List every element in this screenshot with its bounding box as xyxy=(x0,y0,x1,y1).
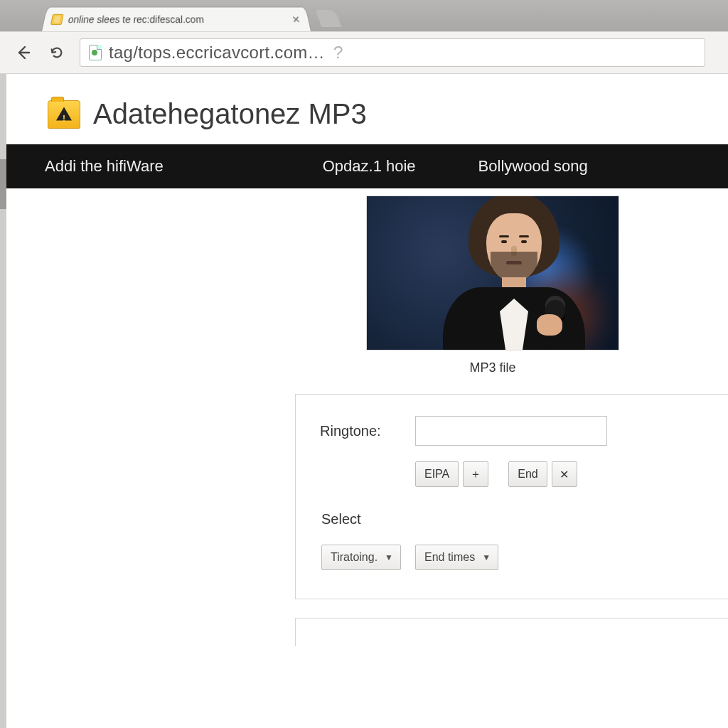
arrow-left-icon xyxy=(15,44,32,61)
page-header: ! Adatehegatonez MP3 xyxy=(6,74,728,144)
browser-toolbar: tag/tops.eccricavcort.com… ? xyxy=(0,31,728,74)
chevron-down-icon: ▼ xyxy=(385,552,393,562)
scrollbar-thumb[interactable] xyxy=(0,159,6,209)
reload-icon xyxy=(49,45,65,60)
brand-folder-warning-icon: ! xyxy=(48,100,80,129)
nav-item-hifiware[interactable]: Addi the hifiWare xyxy=(45,157,291,176)
eipa-button-label: EIPA xyxy=(424,468,449,481)
tiratoing-select[interactable]: Tiratoing. ▼ xyxy=(321,545,401,570)
browser-window: online slees te rec:difescal.com ✕ tag/t… xyxy=(0,0,728,728)
browser-tab[interactable]: online slees te rec:difescal.com ✕ xyxy=(41,7,311,31)
tiratoing-select-label: Tiratoing. xyxy=(331,551,378,564)
end-times-select[interactable]: End times ▼ xyxy=(415,545,498,570)
tab-strip: online slees te rec:difescal.com ✕ xyxy=(0,0,728,31)
tab-favicon-icon xyxy=(50,14,64,24)
tab-title: online slees te rec:difescal.com xyxy=(68,14,287,24)
site-security-icon xyxy=(89,45,102,60)
end-button[interactable]: End xyxy=(508,461,547,487)
reload-button[interactable] xyxy=(47,43,67,63)
address-bar[interactable]: tag/tops.eccricavcort.com… ? xyxy=(80,38,705,67)
plus-icon: ＋ xyxy=(470,467,481,482)
close-icon: ✕ xyxy=(560,468,569,481)
ringtone-label: Ringtone: xyxy=(320,423,398,439)
nav-item-opdaz[interactable]: Opdaz.1 hoie xyxy=(291,157,447,176)
primary-nav: Addi the hifiWare Opdaz.1 hoie Bollywood… xyxy=(6,144,728,188)
hero: MP3 file xyxy=(366,196,619,375)
back-button[interactable] xyxy=(13,42,34,63)
secondary-card xyxy=(295,618,728,646)
select-label: Select xyxy=(321,511,728,528)
end-button-label: End xyxy=(518,468,537,481)
eipa-add-button[interactable]: ＋ xyxy=(463,461,488,487)
tab-close-icon[interactable]: ✕ xyxy=(290,14,301,23)
hero-caption: MP3 file xyxy=(366,360,619,375)
end-times-select-label: End times xyxy=(424,551,475,564)
nav-item-bollywood[interactable]: Bollywood song xyxy=(447,157,619,176)
chevron-down-icon: ▼ xyxy=(482,552,491,562)
end-clear-button[interactable]: ✕ xyxy=(552,461,577,487)
page-content: MP3 file Ringtone: EIPA ＋ xyxy=(6,188,728,646)
new-tab-button[interactable] xyxy=(316,10,342,27)
omnibox-suggest-icon: ? xyxy=(333,43,343,63)
hero-image xyxy=(366,196,619,350)
page-title: Adatehegatonez MP3 xyxy=(93,98,367,130)
address-bar-text: tag/tops.eccricavcort.com… xyxy=(109,43,325,63)
page-viewport: ! Adatehegatonez MP3 Addi the hifiWare O… xyxy=(0,74,728,728)
ringtone-form: Ringtone: EIPA ＋ End xyxy=(295,394,728,599)
ringtone-input[interactable] xyxy=(415,416,607,446)
eipa-button[interactable]: EIPA xyxy=(415,461,459,487)
